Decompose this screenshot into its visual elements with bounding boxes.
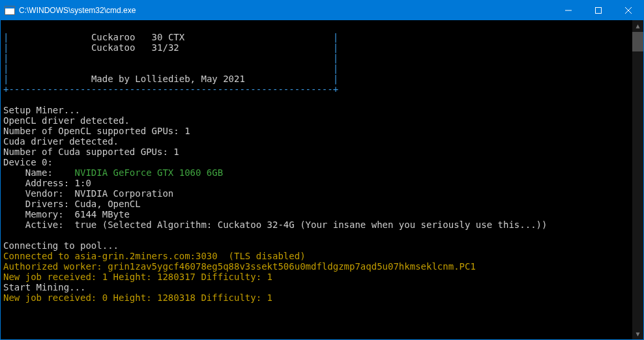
setup-line: Number of OpenCL supported GPUs: 1: [3, 126, 190, 136]
setup-line: Setup Miner...: [3, 105, 80, 115]
setup-line: Cuda driver detected.: [3, 136, 119, 147]
device-vendor: Vendor: NVIDIA Corporation: [3, 188, 173, 199]
minimize-button[interactable]: [553, 1, 583, 20]
window-titlebar: C:\WINDOWS\system32\cmd.exe: [1, 1, 643, 20]
close-button[interactable]: [613, 1, 643, 20]
scroll-thumb[interactable]: [632, 32, 643, 51]
device-name-value: NVIDIA GeForce GTX 1060 6GB: [75, 167, 224, 178]
banner-pipe: |: [333, 63, 338, 74]
titlebar-left: C:\WINDOWS\system32\cmd.exe: [5, 6, 136, 15]
banner-pipe: |: [333, 53, 338, 63]
device-address: Address: 1:0: [3, 178, 91, 188]
device-drivers: Drivers: Cuda, OpenCL: [3, 199, 141, 209]
banner-credit: Made by Lolliedieb, May 2021: [91, 74, 245, 84]
pool-connecting: Connecting to pool...: [3, 240, 119, 251]
banner-algo1: Cuckaroo 30 CTX: [91, 32, 184, 42]
device-name-label: Name:: [3, 167, 75, 178]
window-controls: [553, 1, 643, 20]
scroll-down-icon[interactable]: ▼: [632, 328, 643, 339]
maximize-button[interactable]: [583, 1, 613, 20]
setup-line: Number of Cuda supported GPUs: 1: [3, 147, 179, 157]
setup-line: Device 0:: [3, 157, 53, 167]
device-active: Active: true (Selected Algorithm: Cuckat…: [3, 220, 547, 230]
window-title: C:\WINDOWS\system32\cmd.exe: [19, 6, 136, 15]
device-memory: Memory: 6144 MByte: [3, 209, 130, 220]
content-wrap: | Cuckaroo 30 CTX | | Cuckatoo 31/32 | |…: [1, 20, 643, 339]
pool-start: Start Mining...: [3, 282, 85, 292]
vertical-scrollbar[interactable]: ▲ ▼: [632, 20, 643, 339]
banner-algo2: Cuckatoo 31/32: [91, 42, 179, 53]
banner-pipe: |: [333, 42, 338, 53]
pool-authorized: Authorized worker: grin1zav5ygcf46078eg5…: [3, 261, 476, 272]
pool-job: New job received: 1 Height: 1280317 Diff…: [3, 272, 272, 282]
scroll-up-icon[interactable]: ▲: [632, 20, 643, 31]
pool-job: New job received: 0 Height: 1280318 Diff…: [3, 292, 272, 303]
svg-rect-0: [596, 8, 602, 14]
pool-connected: Connected to asia-grin.2miners.com:3030 …: [3, 251, 306, 261]
banner-pipe: |: [333, 74, 338, 84]
setup-line: OpenCL driver detected.: [3, 115, 130, 126]
banner-border: +---------------------------------------…: [3, 84, 338, 94]
terminal-output: | Cuckaroo 30 CTX | | Cuckatoo 31/32 | |…: [1, 20, 632, 339]
banner-pipe: |: [333, 32, 338, 42]
cmd-icon: [5, 6, 15, 15]
